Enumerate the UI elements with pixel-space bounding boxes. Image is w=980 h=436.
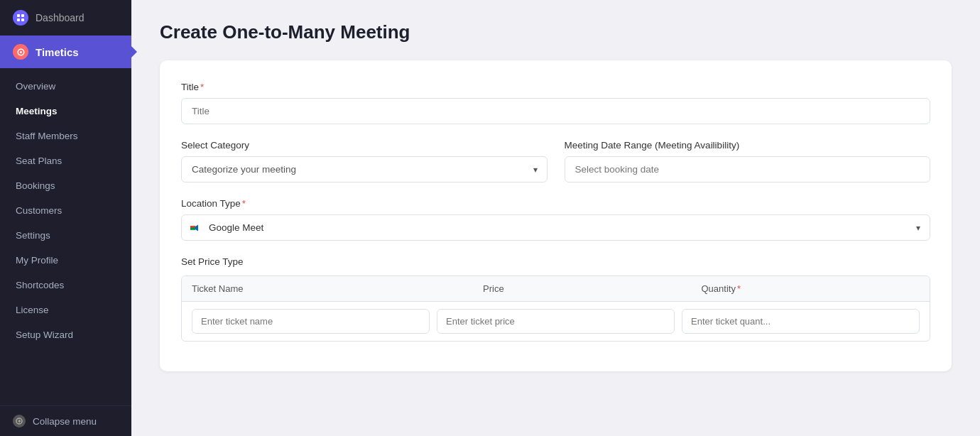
price-table: Ticket Name Price Quantity* — [181, 276, 930, 342]
sidebar: Dashboard Timetics Overview Meetings Sta… — [0, 0, 131, 436]
ticket-name-col-header: Ticket Name — [192, 283, 483, 294]
category-date-row: Select Category Categorize your meeting … — [181, 140, 930, 198]
ticket-quantity-input[interactable] — [682, 309, 920, 334]
price-col-header: Price — [483, 283, 702, 294]
sidebar-item-bookings[interactable]: Bookings — [0, 173, 131, 198]
location-type-label: Location Type* — [181, 198, 930, 209]
title-label: Title* — [181, 82, 930, 92]
sidebar-item-settings[interactable]: Settings — [0, 223, 131, 248]
sidebar-dashboard-label: Dashboard — [36, 12, 85, 23]
sidebar-item-seat-plans[interactable]: Seat Plans — [0, 148, 131, 173]
svg-point-4 — [20, 51, 22, 53]
page-title: Create One-to-Many Meeting — [160, 21, 952, 43]
date-range-field-group: Meeting Date Range (Meeting Availibility… — [565, 140, 931, 182]
sidebar-item-shortcodes[interactable]: Shortcodes — [0, 273, 131, 298]
date-range-label: Meeting Date Range (Meeting Availibility… — [565, 140, 931, 151]
svg-rect-1 — [21, 14, 24, 17]
sidebar-item-staff-members[interactable]: Staff Members — [0, 124, 131, 148]
ticket-name-input[interactable] — [192, 309, 430, 334]
price-type-label: Set Price Type — [181, 256, 930, 267]
sidebar-item-my-profile[interactable]: My Profile — [0, 248, 131, 273]
price-table-header: Ticket Name Price Quantity* — [182, 276, 930, 302]
price-type-field-group: Set Price Type Ticket Name Price Quantit… — [181, 256, 930, 342]
category-select[interactable]: Categorize your meeting Webinar Workshop… — [181, 156, 548, 182]
price-table-body — [182, 302, 930, 341]
sidebar-item-dashboard[interactable]: Dashboard — [0, 0, 131, 36]
dashboard-icon — [13, 10, 28, 26]
sidebar-item-license[interactable]: License — [0, 298, 131, 322]
sidebar-item-overview[interactable]: Overview — [0, 74, 131, 99]
collapse-label: Collapse menu — [33, 416, 97, 427]
svg-rect-0 — [17, 14, 20, 17]
sidebar-item-meetings[interactable]: Meetings — [0, 99, 131, 124]
category-select-wrapper: Categorize your meeting Webinar Workshop… — [181, 156, 548, 182]
main-content: Create One-to-Many Meeting Title* Select… — [131, 0, 980, 436]
location-select-wrapper: Google Meet Zoom In Person Phone ▾ — [181, 214, 930, 241]
date-range-input[interactable] — [565, 156, 931, 182]
category-label: Select Category — [181, 140, 548, 151]
collapse-icon — [13, 415, 26, 427]
sidebar-timetics[interactable]: Timetics — [0, 36, 131, 68]
quantity-col-header: Quantity* — [702, 283, 920, 294]
title-field-group: Title* — [181, 82, 930, 124]
timetics-icon — [13, 44, 28, 60]
svg-rect-3 — [21, 18, 24, 21]
sidebar-timetics-label: Timetics — [36, 46, 79, 58]
svg-rect-2 — [17, 18, 20, 21]
category-field-group: Select Category Categorize your meeting … — [181, 140, 548, 182]
location-type-field-group: Location Type* Google Meet Zoo — [181, 198, 930, 241]
sidebar-item-setup-wizard[interactable]: Setup Wizard — [0, 322, 131, 347]
title-input[interactable] — [181, 98, 930, 124]
sidebar-item-customers[interactable]: Customers — [0, 198, 131, 223]
sidebar-nav: Overview Meetings Staff Members Seat Pla… — [0, 68, 131, 405]
form-card: Title* Select Category Categorize your m… — [160, 60, 952, 371]
ticket-price-input[interactable] — [437, 309, 675, 334]
location-type-select[interactable]: Google Meet Zoom In Person Phone — [181, 214, 930, 241]
sidebar-collapse-button[interactable]: Collapse menu — [0, 405, 131, 436]
